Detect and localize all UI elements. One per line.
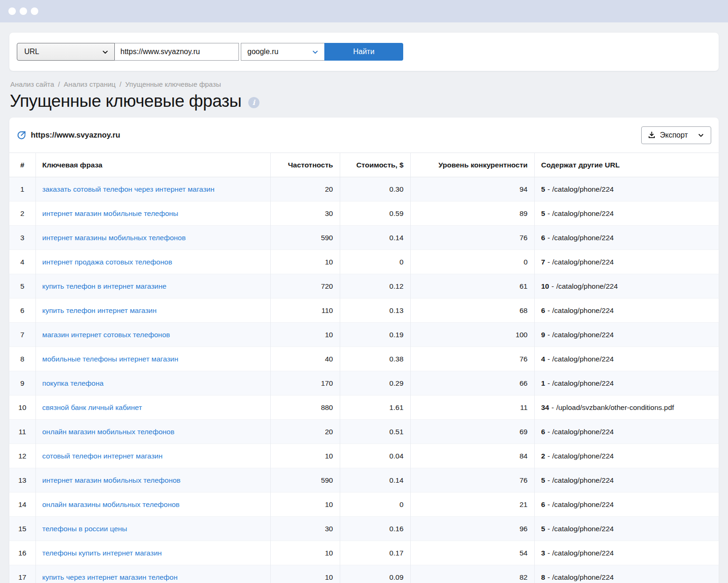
other-urls-count: 6: [541, 428, 546, 436]
keyword-phrase-link[interactable]: телефоны в россии цены: [35, 517, 270, 541]
column-header-competition: Уровень конкурентности: [410, 153, 534, 177]
breadcrumb-item[interactable]: Анализ страниц: [64, 80, 126, 88]
table-header-row: # Ключевая фраза Частотность Стоимость, …: [9, 153, 719, 177]
keyword-phrase-link[interactable]: купить телефон интернет магазин: [35, 298, 270, 323]
other-urls-value: 8-/catalog/phone/224: [534, 565, 719, 583]
competition-value: 76: [410, 468, 534, 493]
table-row: 8 мобильные телефоны интернет магазин 40…: [9, 347, 719, 371]
other-urls-path: /catalog/phone/224: [552, 234, 614, 242]
keyword-phrase-link[interactable]: покупка телефона: [35, 371, 270, 396]
separator: -: [547, 234, 550, 242]
search-engine-select[interactable]: google.ru: [241, 43, 325, 61]
frequency-value: 10: [270, 493, 340, 517]
frequency-value: 20: [270, 420, 340, 444]
separator: -: [547, 549, 550, 557]
other-urls-path: /upload/svzbank/other-conditions.pdf: [556, 403, 674, 411]
table-row: 14 онлайн магазины мобильных телефонов 1…: [9, 493, 719, 517]
window-titlebar: [0, 0, 728, 22]
keyword-phrase-link[interactable]: интернет магазин мобильные телефоны: [35, 201, 270, 226]
breadcrumb-item[interactable]: Упущенные ключевые фразы: [125, 80, 221, 88]
table-row: 17 купить через интернет магазин телефон…: [9, 565, 719, 583]
info-icon[interactable]: i: [248, 97, 259, 108]
other-urls-value: 6-/catalog/phone/224: [534, 226, 719, 250]
other-urls-value: 5-/catalog/phone/224: [534, 468, 719, 493]
external-link-icon: [17, 131, 26, 140]
other-urls-count: 3: [541, 549, 546, 557]
other-urls-count: 10: [541, 282, 549, 290]
table-row: 3 интернет магазины мобильных телефонов …: [9, 226, 719, 250]
other-urls-value: 2-/catalog/phone/224: [534, 444, 719, 468]
row-index: 13: [9, 468, 35, 493]
keyword-phrase-link[interactable]: магазин интернет сотовых телефонов: [35, 323, 270, 347]
row-index: 1: [9, 177, 35, 201]
row-index: 8: [9, 347, 35, 371]
competition-value: 61: [410, 274, 534, 298]
keyword-phrase-link[interactable]: интернет магазин мобильных телефонов: [35, 468, 270, 493]
other-urls-path: /catalog/phone/224: [552, 209, 614, 217]
keyword-phrase-link[interactable]: купить через интернет магазин телефон: [35, 565, 270, 583]
keyword-phrase-link[interactable]: интернет продажа сотовых телефонов: [35, 250, 270, 274]
keyword-phrase-link[interactable]: телефоны купить интернет магазин: [35, 541, 270, 565]
frequency-value: 10: [270, 323, 340, 347]
competition-value: 76: [410, 226, 534, 250]
row-index: 9: [9, 371, 35, 396]
keyword-phrase-link[interactable]: мобильные телефоны интернет магазин: [35, 347, 270, 371]
column-header-cost: Стоимость, $: [340, 153, 410, 177]
other-urls-path: /catalog/phone/224: [552, 306, 614, 314]
cost-value: 0.30: [340, 177, 410, 201]
cost-value: 0: [340, 493, 410, 517]
frequency-value: 880: [270, 396, 340, 420]
table-row: 12 сотовый телефон интернет магазин 10 0…: [9, 444, 719, 468]
window-control-dot[interactable]: [31, 7, 38, 15]
row-index: 5: [9, 274, 35, 298]
url-input[interactable]: [115, 43, 239, 61]
search-panel: URL google.ru Найти: [9, 33, 719, 71]
other-urls-path: /catalog/phone/224: [552, 500, 614, 508]
other-urls-path: /catalog/phone/224: [552, 549, 614, 557]
other-urls-path: /catalog/phone/224: [552, 379, 614, 387]
chevron-down-icon: [698, 132, 704, 139]
cost-value: 0.17: [340, 541, 410, 565]
other-urls-value: 9-/catalog/phone/224: [534, 323, 719, 347]
find-button[interactable]: Найти: [324, 43, 403, 61]
row-index: 2: [9, 201, 35, 226]
separator: -: [547, 258, 550, 266]
keyword-phrase-link[interactable]: интернет магазины мобильных телефонов: [35, 226, 270, 250]
separator: -: [547, 428, 550, 436]
other-urls-path: /catalog/phone/224: [552, 525, 614, 533]
breadcrumb-item[interactable]: Анализ сайта: [10, 80, 64, 88]
search-type-select[interactable]: URL: [17, 43, 115, 61]
report-url-link[interactable]: https://www.svyaznoy.ru: [17, 131, 120, 140]
keyword-phrase-link[interactable]: купить телефон в интернет магазине: [35, 274, 270, 298]
separator: -: [547, 573, 550, 581]
separator: -: [547, 452, 550, 460]
keyword-phrase-link[interactable]: связной банк личный кабинет: [35, 396, 270, 420]
window-control-dot[interactable]: [20, 7, 27, 15]
other-urls-value: 4-/catalog/phone/224: [534, 347, 719, 371]
row-index: 14: [9, 493, 35, 517]
keywords-table: # Ключевая фраза Частотность Стоимость, …: [9, 153, 719, 583]
other-urls-path: /catalog/phone/224: [552, 573, 614, 581]
frequency-value: 10: [270, 565, 340, 583]
other-urls-value: 5-/catalog/phone/224: [534, 517, 719, 541]
keyword-phrase-link[interactable]: сотовый телефон интернет магазин: [35, 444, 270, 468]
competition-value: 21: [410, 493, 534, 517]
window-control-dot[interactable]: [8, 7, 16, 15]
other-urls-path: /catalog/phone/224: [552, 428, 614, 436]
frequency-value: 20: [270, 177, 340, 201]
cost-value: 0.09: [340, 565, 410, 583]
row-index: 11: [9, 420, 35, 444]
table-row: 6 купить телефон интернет магазин 110 0.…: [9, 298, 719, 323]
row-index: 15: [9, 517, 35, 541]
frequency-value: 590: [270, 226, 340, 250]
other-urls-count: 6: [541, 234, 546, 242]
keyword-phrase-link[interactable]: онлайн магазины мобильных телефонов: [35, 493, 270, 517]
search-engine-value: google.ru: [247, 48, 279, 56]
cost-value: 0.29: [340, 371, 410, 396]
table-row: 5 купить телефон в интернет магазине 720…: [9, 274, 719, 298]
separator: -: [547, 476, 550, 484]
keyword-phrase-link[interactable]: заказать сотовый телефон через интернет …: [35, 177, 270, 201]
export-button[interactable]: Экспорт: [641, 126, 711, 144]
keyword-phrase-link[interactable]: онлайн магазин мобильных телефонов: [35, 420, 270, 444]
chevron-down-icon: [312, 49, 319, 56]
